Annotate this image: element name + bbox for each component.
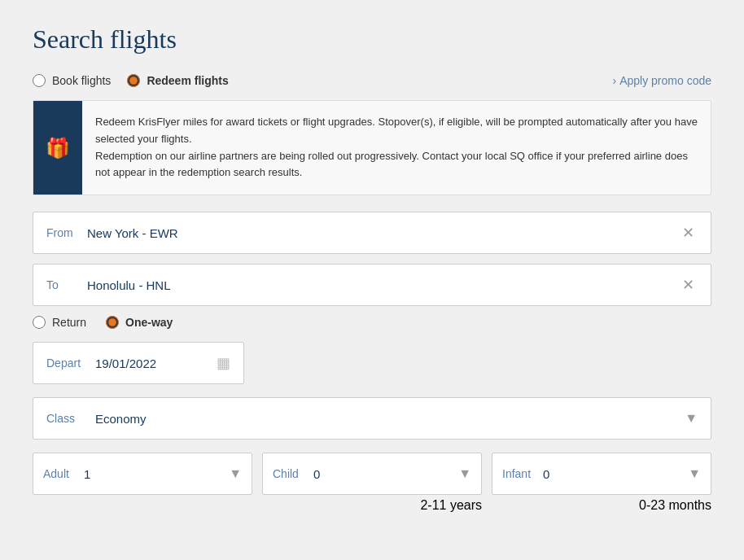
to-value: Honolulu - HNL (87, 278, 679, 292)
date-row: Depart 19/01/2022 ▦ (33, 342, 711, 384)
redeem-flights-radio[interactable] (127, 74, 140, 87)
oneway-option[interactable]: One-way (106, 316, 173, 329)
radio-group: Book flights Redeem flights (33, 74, 612, 87)
calendar-icon[interactable]: ▦ (217, 354, 230, 372)
adult-label: Adult (43, 467, 84, 480)
book-flights-radio[interactable] (33, 74, 46, 87)
gift-icon: 🎁 (46, 137, 70, 160)
passengers-notes-row: 2-11 years 0-23 months (33, 498, 711, 513)
from-clear-button[interactable]: ✕ (679, 221, 698, 245)
class-value: Economy (95, 412, 685, 426)
depart-label: Depart (46, 357, 95, 370)
class-dropdown-arrow[interactable]: ▼ (685, 411, 698, 426)
depart-value: 19/01/2022 (95, 357, 217, 370)
redeem-flights-label: Redeem flights (147, 74, 228, 87)
depart-field[interactable]: Depart 19/01/2022 ▦ (33, 342, 244, 384)
book-flights-option[interactable]: Book flights (33, 74, 111, 87)
redeem-flights-option[interactable]: Redeem flights (127, 74, 228, 87)
adult-note-space (33, 498, 252, 513)
promo-arrow-icon: › (612, 74, 616, 87)
infant-dropdown-arrow[interactable]: ▼ (688, 466, 701, 481)
apply-promo-link[interactable]: › Apply promo code (612, 74, 711, 87)
oneway-radio[interactable] (106, 316, 119, 329)
return-option[interactable]: Return (33, 316, 86, 329)
child-value: 0 (313, 467, 458, 481)
options-row: Book flights Redeem flights › Apply prom… (33, 74, 711, 87)
return-label: Return (52, 316, 86, 329)
child-note: 2-11 years (262, 498, 482, 513)
to-clear-button[interactable]: ✕ (679, 273, 698, 297)
child-dropdown-arrow[interactable]: ▼ (458, 466, 471, 481)
oneway-label: One-way (125, 316, 173, 329)
to-field[interactable]: To Honolulu - HNL ✕ (33, 264, 711, 306)
info-text-2: Redemption on our airline partners are b… (95, 148, 698, 182)
info-banner: 🎁 Redeem KrisFlyer miles for award ticke… (33, 100, 711, 195)
infant-age-note: 0-23 months (639, 498, 711, 512)
return-radio[interactable] (33, 316, 46, 329)
class-field[interactable]: Class Economy ▼ (33, 397, 711, 440)
passengers-row: Adult 1 ▼ Child 0 ▼ Infant 0 ▼ (33, 453, 711, 495)
to-label: To (46, 278, 87, 291)
trip-type-row: Return One-way (33, 316, 711, 329)
child-age-note: 2-11 years (420, 498, 482, 512)
class-label: Class (46, 412, 95, 425)
adult-field[interactable]: Adult 1 ▼ (33, 453, 252, 495)
infant-field[interactable]: Infant 0 ▼ (492, 453, 711, 495)
book-flights-label: Book flights (52, 74, 111, 87)
page-title: Search flights (33, 24, 711, 55)
child-field[interactable]: Child 0 ▼ (262, 453, 482, 495)
info-text-1: Redeem KrisFlyer miles for award tickets… (95, 114, 698, 148)
page-container: Search flights Book flights Redeem fligh… (16, 16, 728, 521)
adult-value: 1 (84, 467, 229, 481)
infant-label: Infant (502, 467, 543, 480)
from-value: New York - EWR (87, 226, 679, 240)
child-label: Child (273, 467, 313, 480)
from-label: From (46, 226, 87, 239)
from-field[interactable]: From New York - EWR ✕ (33, 212, 711, 254)
infant-value: 0 (543, 467, 688, 481)
info-banner-text: Redeem KrisFlyer miles for award tickets… (82, 101, 711, 195)
adult-dropdown-arrow[interactable]: ▼ (229, 466, 242, 481)
info-banner-icon-container: 🎁 (33, 101, 82, 195)
promo-link-label: Apply promo code (619, 74, 711, 87)
infant-note: 0-23 months (492, 498, 711, 513)
